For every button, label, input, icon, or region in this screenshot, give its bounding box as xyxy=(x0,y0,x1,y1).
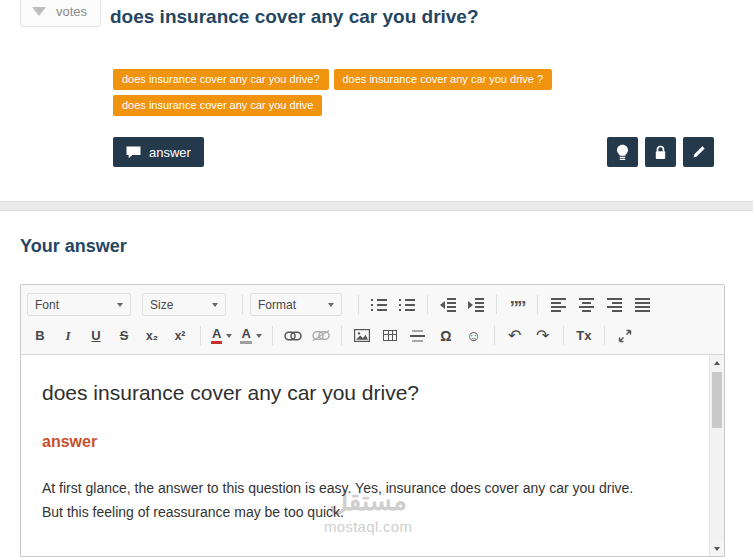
link-icon xyxy=(284,331,302,341)
size-dropdown[interactable]: Size xyxy=(142,293,226,316)
remove-format-icon: Tx xyxy=(576,328,591,343)
italic-button[interactable]: I xyxy=(55,323,81,348)
toolbar-separator xyxy=(563,326,564,345)
align-center-button[interactable] xyxy=(573,292,599,317)
undo-button[interactable]: ↶ xyxy=(502,323,528,348)
bold-icon: B xyxy=(35,328,44,343)
hint-button[interactable] xyxy=(607,137,638,167)
text-color-button[interactable]: A xyxy=(208,323,235,348)
draft-subheading: answer xyxy=(42,433,644,451)
emoji-button[interactable]: ☺ xyxy=(461,323,487,348)
background-color-button[interactable]: A xyxy=(237,323,264,348)
insert-table-button[interactable] xyxy=(377,323,403,348)
align-justify-button[interactable] xyxy=(629,292,655,317)
font-dropdown-label: Font xyxy=(35,298,59,312)
arrow-up-icon xyxy=(714,361,720,365)
draft-paragraph: At first glance, the answer to this ques… xyxy=(42,477,644,525)
superscript-icon: x² xyxy=(175,329,186,343)
toolbar-separator xyxy=(494,326,495,345)
moderation-buttons xyxy=(607,137,714,167)
maximize-icon xyxy=(618,329,632,343)
lock-button[interactable] xyxy=(645,137,676,167)
editor-toolbar: Font Size Format ”” xyxy=(21,285,724,355)
undo-icon: ↶ xyxy=(508,328,521,344)
subscript-button[interactable]: x₂ xyxy=(139,323,165,348)
blockquote-icon: ”” xyxy=(510,297,525,313)
vote-down-arrow-icon[interactable] xyxy=(32,7,46,16)
image-icon xyxy=(354,329,370,342)
format-dropdown[interactable]: Format xyxy=(250,293,342,316)
italic-icon: I xyxy=(65,328,70,344)
scrollbar-thumb[interactable] xyxy=(712,372,722,428)
table-icon xyxy=(383,330,397,341)
toolbar-separator xyxy=(604,326,605,345)
horizontal-line-button[interactable] xyxy=(405,323,431,348)
bold-button[interactable]: B xyxy=(27,323,53,348)
lightbulb-icon xyxy=(616,144,629,161)
underline-icon: U xyxy=(91,328,100,343)
align-left-button[interactable] xyxy=(545,292,571,317)
increase-indent-icon xyxy=(475,298,484,312)
chevron-down-icon xyxy=(328,303,334,307)
unlink-icon xyxy=(312,330,330,341)
toolbar-separator xyxy=(242,295,243,314)
answer-button-label: answer xyxy=(149,145,191,160)
maximize-button[interactable] xyxy=(612,323,638,348)
tag[interactable]: does insurance cover any car you drive? xyxy=(113,69,329,90)
toolbar-separator xyxy=(427,295,428,314)
chat-bubble-icon xyxy=(126,146,141,159)
align-center-icon xyxy=(579,298,594,312)
scroll-down-button[interactable] xyxy=(710,541,724,556)
insert-image-button[interactable] xyxy=(349,323,375,348)
font-dropdown[interactable]: Font xyxy=(27,293,131,316)
strikethrough-button[interactable]: S xyxy=(111,323,137,348)
decrease-indent-button[interactable] xyxy=(435,292,461,317)
special-character-button[interactable]: Ω xyxy=(433,323,459,348)
numbered-list-icon xyxy=(371,299,387,311)
votes-box[interactable]: votes xyxy=(20,0,101,27)
scroll-up-button[interactable] xyxy=(710,355,724,370)
smiley-icon: ☺ xyxy=(466,327,481,344)
toolbar-separator xyxy=(358,295,359,314)
toolbar-row-2: B I U S x₂ x² A A xyxy=(27,320,718,351)
question-actions-row: answer xyxy=(113,137,714,167)
align-right-icon xyxy=(607,298,622,312)
align-right-button[interactable] xyxy=(601,292,627,317)
redo-icon: ↷ xyxy=(536,328,549,344)
omega-icon: Ω xyxy=(440,328,451,344)
question-tags: does insurance cover any car you drive? … xyxy=(113,69,673,116)
increase-indent-button[interactable] xyxy=(463,292,489,317)
superscript-button[interactable]: x² xyxy=(167,323,193,348)
your-answer-heading: Your answer xyxy=(20,236,127,257)
bulleted-list-button[interactable] xyxy=(394,292,420,317)
indent-left-arrow-icon xyxy=(440,301,445,309)
section-divider xyxy=(0,201,753,211)
numbered-list-button[interactable] xyxy=(366,292,392,317)
remove-format-button[interactable]: Tx xyxy=(571,323,597,348)
votes-label: votes xyxy=(56,4,87,19)
lock-icon xyxy=(654,145,667,160)
underline-button[interactable]: U xyxy=(83,323,109,348)
format-dropdown-label: Format xyxy=(258,298,296,312)
tag[interactable]: does insurance cover any car you drive ? xyxy=(334,69,553,90)
editor-content-area[interactable]: does insurance cover any car you drive? … xyxy=(21,355,724,556)
editor-scrollbar[interactable] xyxy=(709,355,724,556)
editor-document[interactable]: does insurance cover any car you drive? … xyxy=(21,355,724,525)
link-button[interactable] xyxy=(280,323,306,348)
chevron-down-icon xyxy=(226,334,232,338)
toolbar-separator xyxy=(272,326,273,345)
chevron-down-icon xyxy=(212,303,218,307)
edit-button[interactable] xyxy=(683,137,714,167)
strikethrough-icon: S xyxy=(120,328,129,343)
blockquote-button[interactable]: ”” xyxy=(504,292,530,317)
redo-button[interactable]: ↷ xyxy=(530,323,556,348)
decrease-indent-icon xyxy=(447,298,456,312)
horizontal-line-icon xyxy=(410,330,425,342)
question-title: does insurance cover any car you drive? xyxy=(110,6,479,28)
unlink-button[interactable] xyxy=(308,323,334,348)
toolbar-row-1: Font Size Format ”” xyxy=(27,289,718,320)
answer-button[interactable]: answer xyxy=(113,137,204,167)
arrow-down-icon xyxy=(714,547,720,551)
tag[interactable]: does insurance cover any car you drive xyxy=(113,95,322,116)
subscript-icon: x₂ xyxy=(146,329,158,343)
